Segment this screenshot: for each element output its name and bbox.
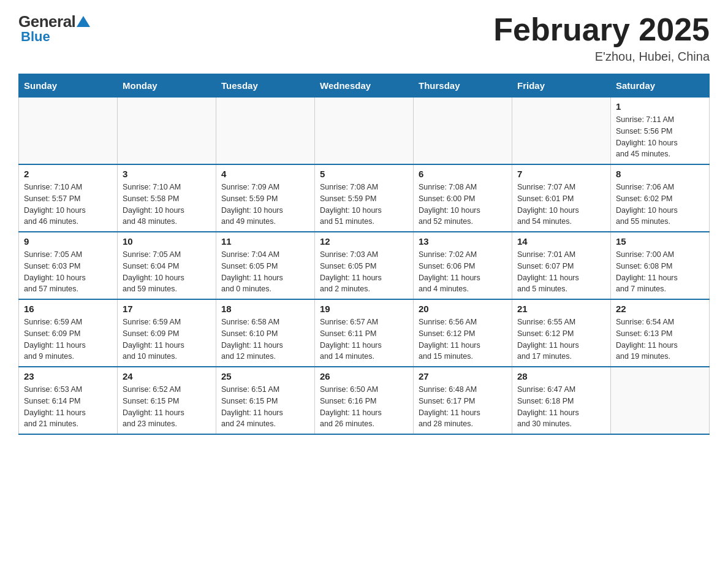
day-number: 27 xyxy=(419,371,507,381)
day-info: Sunrise: 6:59 AM Sunset: 6:09 PM Dayligh… xyxy=(123,316,211,362)
day-header-tuesday: Tuesday xyxy=(216,74,315,98)
calendar-week-row: 2Sunrise: 7:10 AM Sunset: 5:57 PM Daylig… xyxy=(19,164,710,232)
day-info: Sunrise: 7:03 AM Sunset: 6:05 PM Dayligh… xyxy=(320,249,408,295)
day-number: 25 xyxy=(221,371,309,381)
calendar-cell: 2Sunrise: 7:10 AM Sunset: 5:57 PM Daylig… xyxy=(19,164,118,232)
calendar-cell: 26Sunrise: 6:50 AM Sunset: 6:16 PM Dayli… xyxy=(315,367,414,434)
day-number: 20 xyxy=(419,304,507,314)
day-number: 21 xyxy=(517,304,605,314)
logo: General Blue xyxy=(18,12,90,45)
day-info: Sunrise: 6:58 AM Sunset: 6:10 PM Dayligh… xyxy=(221,316,309,362)
calendar-cell: 24Sunrise: 6:52 AM Sunset: 6:15 PM Dayli… xyxy=(118,367,216,434)
calendar-cell xyxy=(315,98,414,165)
day-number: 28 xyxy=(517,371,605,381)
calendar-cell xyxy=(414,98,512,165)
calendar-cell: 11Sunrise: 7:04 AM Sunset: 6:05 PM Dayli… xyxy=(216,232,315,299)
day-info: Sunrise: 6:53 AM Sunset: 6:14 PM Dayligh… xyxy=(24,384,112,430)
day-header-thursday: Thursday xyxy=(414,74,512,98)
day-info: Sunrise: 7:10 AM Sunset: 5:57 PM Dayligh… xyxy=(24,182,112,228)
calendar-week-row: 16Sunrise: 6:59 AM Sunset: 6:09 PM Dayli… xyxy=(19,299,710,367)
calendar-cell: 4Sunrise: 7:09 AM Sunset: 5:59 PM Daylig… xyxy=(216,164,315,232)
day-info: Sunrise: 7:05 AM Sunset: 6:04 PM Dayligh… xyxy=(123,249,211,295)
calendar-cell: 9Sunrise: 7:05 AM Sunset: 6:03 PM Daylig… xyxy=(19,232,118,299)
day-info: Sunrise: 7:01 AM Sunset: 6:07 PM Dayligh… xyxy=(517,249,605,295)
day-header-saturday: Saturday xyxy=(611,74,710,98)
day-info: Sunrise: 6:47 AM Sunset: 6:18 PM Dayligh… xyxy=(517,384,605,430)
calendar-cell: 18Sunrise: 6:58 AM Sunset: 6:10 PM Dayli… xyxy=(216,299,315,367)
page-subtitle: E'zhou, Hubei, China xyxy=(493,50,710,64)
day-number: 18 xyxy=(221,304,309,314)
calendar-cell xyxy=(19,98,118,165)
day-number: 23 xyxy=(24,371,112,381)
day-info: Sunrise: 6:52 AM Sunset: 6:15 PM Dayligh… xyxy=(123,384,211,430)
day-number: 22 xyxy=(616,304,704,314)
calendar-cell: 17Sunrise: 6:59 AM Sunset: 6:09 PM Dayli… xyxy=(118,299,216,367)
day-info: Sunrise: 6:56 AM Sunset: 6:12 PM Dayligh… xyxy=(419,316,507,362)
svg-marker-0 xyxy=(77,16,90,27)
day-number: 13 xyxy=(419,236,507,247)
day-number: 4 xyxy=(221,169,309,179)
day-header-monday: Monday xyxy=(118,74,216,98)
day-number: 3 xyxy=(123,169,211,179)
day-number: 7 xyxy=(517,169,605,179)
calendar-cell: 25Sunrise: 6:51 AM Sunset: 6:15 PM Dayli… xyxy=(216,367,315,434)
calendar-cell: 16Sunrise: 6:59 AM Sunset: 6:09 PM Dayli… xyxy=(19,299,118,367)
day-info: Sunrise: 7:10 AM Sunset: 5:58 PM Dayligh… xyxy=(123,182,211,228)
page-header: General Blue February 2025 E'zhou, Hubei… xyxy=(18,12,710,64)
day-number: 8 xyxy=(616,169,704,179)
day-number: 6 xyxy=(419,169,507,179)
day-number: 11 xyxy=(221,236,309,247)
logo-triangle-icon xyxy=(77,16,90,27)
calendar-cell: 28Sunrise: 6:47 AM Sunset: 6:18 PM Dayli… xyxy=(512,367,611,434)
day-info: Sunrise: 7:02 AM Sunset: 6:06 PM Dayligh… xyxy=(419,249,507,295)
calendar-cell: 1Sunrise: 7:11 AM Sunset: 5:56 PM Daylig… xyxy=(611,98,710,165)
calendar-week-row: 9Sunrise: 7:05 AM Sunset: 6:03 PM Daylig… xyxy=(19,232,710,299)
day-number: 15 xyxy=(616,236,704,247)
day-info: Sunrise: 7:00 AM Sunset: 6:08 PM Dayligh… xyxy=(616,249,704,295)
day-number: 24 xyxy=(123,371,211,381)
calendar-cell: 19Sunrise: 6:57 AM Sunset: 6:11 PM Dayli… xyxy=(315,299,414,367)
day-info: Sunrise: 7:07 AM Sunset: 6:01 PM Dayligh… xyxy=(517,182,605,228)
day-number: 10 xyxy=(123,236,211,247)
calendar-cell: 15Sunrise: 7:00 AM Sunset: 6:08 PM Dayli… xyxy=(611,232,710,299)
page-title: February 2025 xyxy=(493,12,710,47)
day-header-friday: Friday xyxy=(512,74,611,98)
calendar-cell xyxy=(611,367,710,434)
calendar-header-row: SundayMondayTuesdayWednesdayThursdayFrid… xyxy=(19,74,710,98)
day-info: Sunrise: 7:11 AM Sunset: 5:56 PM Dayligh… xyxy=(616,114,704,160)
day-info: Sunrise: 7:06 AM Sunset: 6:02 PM Dayligh… xyxy=(616,182,704,228)
calendar-week-row: 1Sunrise: 7:11 AM Sunset: 5:56 PM Daylig… xyxy=(19,98,710,165)
day-info: Sunrise: 7:08 AM Sunset: 5:59 PM Dayligh… xyxy=(320,182,408,228)
day-info: Sunrise: 6:50 AM Sunset: 6:16 PM Dayligh… xyxy=(320,384,408,430)
day-info: Sunrise: 7:05 AM Sunset: 6:03 PM Dayligh… xyxy=(24,249,112,295)
calendar-week-row: 23Sunrise: 6:53 AM Sunset: 6:14 PM Dayli… xyxy=(19,367,710,434)
calendar-cell: 23Sunrise: 6:53 AM Sunset: 6:14 PM Dayli… xyxy=(19,367,118,434)
calendar-cell: 14Sunrise: 7:01 AM Sunset: 6:07 PM Dayli… xyxy=(512,232,611,299)
day-number: 1 xyxy=(616,101,704,112)
title-block: February 2025 E'zhou, Hubei, China xyxy=(493,12,710,64)
day-number: 5 xyxy=(320,169,408,179)
day-number: 2 xyxy=(24,169,112,179)
day-number: 16 xyxy=(24,304,112,314)
calendar-cell: 8Sunrise: 7:06 AM Sunset: 6:02 PM Daylig… xyxy=(611,164,710,232)
day-info: Sunrise: 6:55 AM Sunset: 6:12 PM Dayligh… xyxy=(517,316,605,362)
calendar-cell xyxy=(512,98,611,165)
day-info: Sunrise: 7:08 AM Sunset: 6:00 PM Dayligh… xyxy=(419,182,507,228)
calendar-cell: 22Sunrise: 6:54 AM Sunset: 6:13 PM Dayli… xyxy=(611,299,710,367)
day-info: Sunrise: 6:51 AM Sunset: 6:15 PM Dayligh… xyxy=(221,384,309,430)
day-info: Sunrise: 7:09 AM Sunset: 5:59 PM Dayligh… xyxy=(221,182,309,228)
calendar-cell: 12Sunrise: 7:03 AM Sunset: 6:05 PM Dayli… xyxy=(315,232,414,299)
day-number: 26 xyxy=(320,371,408,381)
day-info: Sunrise: 6:57 AM Sunset: 6:11 PM Dayligh… xyxy=(320,316,408,362)
calendar-cell: 3Sunrise: 7:10 AM Sunset: 5:58 PM Daylig… xyxy=(118,164,216,232)
logo-blue-text: Blue xyxy=(21,29,50,45)
calendar-cell: 27Sunrise: 6:48 AM Sunset: 6:17 PM Dayli… xyxy=(414,367,512,434)
calendar-cell: 5Sunrise: 7:08 AM Sunset: 5:59 PM Daylig… xyxy=(315,164,414,232)
calendar-cell: 20Sunrise: 6:56 AM Sunset: 6:12 PM Dayli… xyxy=(414,299,512,367)
day-info: Sunrise: 6:48 AM Sunset: 6:17 PM Dayligh… xyxy=(419,384,507,430)
calendar-cell: 21Sunrise: 6:55 AM Sunset: 6:12 PM Dayli… xyxy=(512,299,611,367)
day-number: 9 xyxy=(24,236,112,247)
calendar-cell: 13Sunrise: 7:02 AM Sunset: 6:06 PM Dayli… xyxy=(414,232,512,299)
calendar-cell: 7Sunrise: 7:07 AM Sunset: 6:01 PM Daylig… xyxy=(512,164,611,232)
day-number: 12 xyxy=(320,236,408,247)
